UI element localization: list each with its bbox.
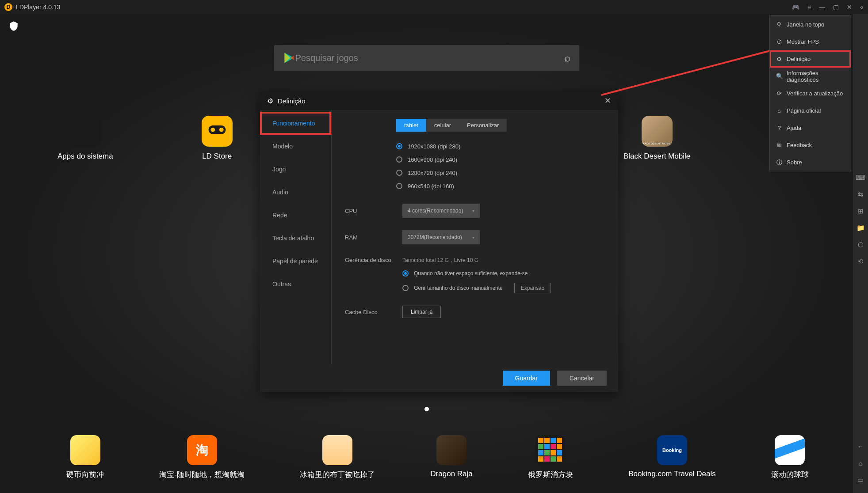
clear-cache-button[interactable]: Limpar já (402, 306, 441, 318)
shield-icon[interactable] (8, 20, 19, 32)
resolution-option[interactable]: 1600x900 (dpi 240) (396, 153, 605, 166)
settings-content: tablet celular Personalizar 1920x1080 (d… (332, 110, 618, 364)
menu-item-feedback[interactable]: ✉Feedback (770, 137, 851, 154)
cancel-button[interactable]: Cancelar (557, 371, 607, 386)
menu-item-help[interactable]: ?Ajuda (770, 119, 851, 137)
settings-sidebar: Funcionamento Modelo Jogo Audio Rede Tec… (260, 110, 332, 364)
seg-phone[interactable]: celular (426, 119, 459, 132)
ram-dropdown[interactable]: 3072M(Recomendado)▾ (402, 230, 480, 244)
menu-item-about[interactable]: ⓘSobre (770, 154, 851, 171)
dock-icon-booking[interactable]: BookingBooking.com Travel Deals (628, 435, 715, 480)
disk-opt-label: Gerir tamanho do disco manualmente (414, 285, 503, 291)
search-icon[interactable]: ⌕ (564, 52, 570, 64)
menu-item-diagnostics[interactable]: 🔍Informações diagnósticos (770, 68, 851, 85)
dock-icon-rolling-ball[interactable]: 滚动的球球 (771, 435, 809, 480)
desktop-icon-label: Apps do sistema (57, 152, 113, 161)
dropdown-value: 4 cores(Recomendado) (408, 208, 463, 214)
menu-label: Informações diagnósticos (787, 70, 845, 83)
expand-button[interactable]: Expansão (514, 283, 551, 293)
dock-label: 硬币向前冲 (66, 470, 104, 480)
menu-item-official-page[interactable]: ⌂Página oficial (770, 102, 851, 119)
resolution-label: 1280x720 (dpi 240) (408, 170, 457, 176)
desktop-icon-system-apps[interactable]: Apps do sistema (57, 116, 113, 161)
save-button[interactable]: Guardar (503, 371, 550, 386)
search-input[interactable] (295, 53, 564, 63)
menu-item-always-on-top[interactable]: ⚲Janela no topo (770, 16, 851, 33)
collapse-icon[interactable]: « (860, 4, 864, 11)
resolution-option[interactable]: 1920x1080 (dpi 280) (396, 140, 605, 153)
close-icon[interactable]: ✕ (847, 4, 852, 11)
side-toolbar: ⌨ ⇆ ⊞ 📁 ⬡ ⟲ ← ⌂ ▭ (853, 14, 868, 493)
settings-tab-model[interactable]: Modelo (260, 135, 331, 158)
settings-tab-other[interactable]: Outras (260, 273, 331, 296)
recent-icon[interactable]: ▭ (856, 475, 865, 484)
resolution-option[interactable]: 1280x720 (dpi 240) (396, 166, 605, 179)
settings-tab-audio[interactable]: Audio (260, 181, 331, 204)
settings-tab-game[interactable]: Jogo (260, 158, 331, 181)
cpu-row: CPU 4 cores(Recomendado)▾ (345, 204, 605, 218)
minimize-icon[interactable]: — (819, 4, 825, 11)
settings-tab-network[interactable]: Rede (260, 204, 331, 227)
home-icon: ⌂ (776, 107, 782, 114)
chevron-down-icon: ▾ (472, 235, 474, 240)
fps-icon: ⏱ (776, 38, 782, 45)
dock-label: Dragon Raja (430, 470, 472, 478)
modal-title: Definição (278, 97, 306, 105)
update-icon: ⟳ (776, 90, 782, 97)
modal-header: ⚙ Definição ✕ (260, 91, 618, 110)
gamepad-icon[interactable]: 🎮 (792, 4, 799, 11)
keyboard-map-icon[interactable]: ⌨ (856, 173, 865, 182)
settings-tab-hotkey[interactable]: Tecla de atalho (260, 227, 331, 250)
cpu-dropdown[interactable]: 4 cores(Recomendado)▾ (402, 204, 480, 218)
pin-icon: ⚲ (776, 21, 782, 28)
magnifier-icon: 🔍 (776, 73, 782, 80)
home-icon[interactable]: ⌂ (856, 459, 865, 467)
dock-icon-taobao[interactable]: 淘淘宝-随时随地，想淘就淘 (159, 435, 245, 480)
dock-label: 俄罗斯消方块 (528, 470, 573, 480)
dock-icon-pudding[interactable]: 冰箱里的布丁被吃掉了 (300, 435, 375, 480)
info-icon: ⓘ (776, 159, 782, 167)
desktop-icon-black-desert[interactable]: Black Desert Mobile (623, 116, 690, 161)
resolution-list: 1920x1080 (dpi 280) 1600x900 (dpi 240) 1… (396, 140, 605, 193)
desktop-icon-label: LD Store (202, 152, 232, 161)
radio-icon (402, 270, 409, 277)
seg-tablet[interactable]: tablet (396, 119, 426, 132)
search-bar[interactable]: ⌕ (274, 45, 579, 71)
seg-custom[interactable]: Personalizar (459, 119, 507, 132)
back-icon[interactable]: ← (856, 442, 865, 451)
desktop-icon-ld-store[interactable]: LD Store (202, 116, 233, 161)
page-indicator-dot (424, 407, 429, 411)
menu-item-settings[interactable]: ⚙Definição (770, 50, 851, 68)
dock-icon-coin[interactable]: 硬币向前冲 (66, 435, 104, 480)
resolution-option[interactable]: 960x540 (dpi 160) (396, 179, 605, 193)
dock-icon-dragon-raja[interactable]: Dragon Raja (430, 435, 472, 480)
multi-instance-icon[interactable]: ⊞ (856, 207, 865, 216)
dock-label: 滚动的球球 (771, 470, 809, 480)
ldplayer-logo-icon: D (4, 3, 12, 11)
feedback-icon: ✉ (776, 142, 782, 148)
menu-label: Sobre (787, 159, 802, 166)
settings-tab-wallpaper[interactable]: Papel de parede (260, 250, 331, 273)
rotate-icon[interactable]: ⟲ (856, 257, 865, 266)
menu-item-check-update[interactable]: ⟳Verificar a atualização (770, 85, 851, 102)
radio-icon (396, 170, 402, 176)
modal-footer: Guardar Cancelar (260, 364, 618, 392)
disk-option-manual[interactable]: Gerir tamanho do disco manualmenteExpans… (402, 283, 551, 293)
menu-label: Mostrar FPS (787, 38, 819, 45)
folder-icon[interactable]: 📁 (856, 224, 865, 232)
title-bar: D LDPlayer 4.0.13 🎮 ≡ — ▢ ✕ « (0, 0, 868, 14)
settings-tab-performance[interactable]: Funcionamento (260, 112, 331, 135)
disk-option-auto[interactable]: Quando não tiver espaço suficiente, expa… (402, 270, 551, 277)
close-icon[interactable]: ✕ (604, 96, 611, 106)
settings-modal: ⚙ Definição ✕ Funcionamento Modelo Jogo … (260, 91, 618, 392)
cpu-label: CPU (345, 208, 402, 214)
menu-item-show-fps[interactable]: ⏱Mostrar FPS (770, 33, 851, 50)
apk-icon[interactable]: ⬡ (856, 240, 865, 249)
menu-label: Ajuda (787, 125, 801, 131)
window-controls: 🎮 ≡ — ▢ ✕ « (792, 4, 864, 11)
disk-info: Tamanho total 12 G，Livre 10 G (402, 257, 551, 264)
dock-icon-tetris[interactable]: 俄罗斯消方块 (528, 435, 573, 480)
menu-icon[interactable]: ≡ (807, 4, 811, 11)
maximize-icon[interactable]: ▢ (833, 4, 839, 11)
sync-icon[interactable]: ⇆ (856, 190, 865, 199)
